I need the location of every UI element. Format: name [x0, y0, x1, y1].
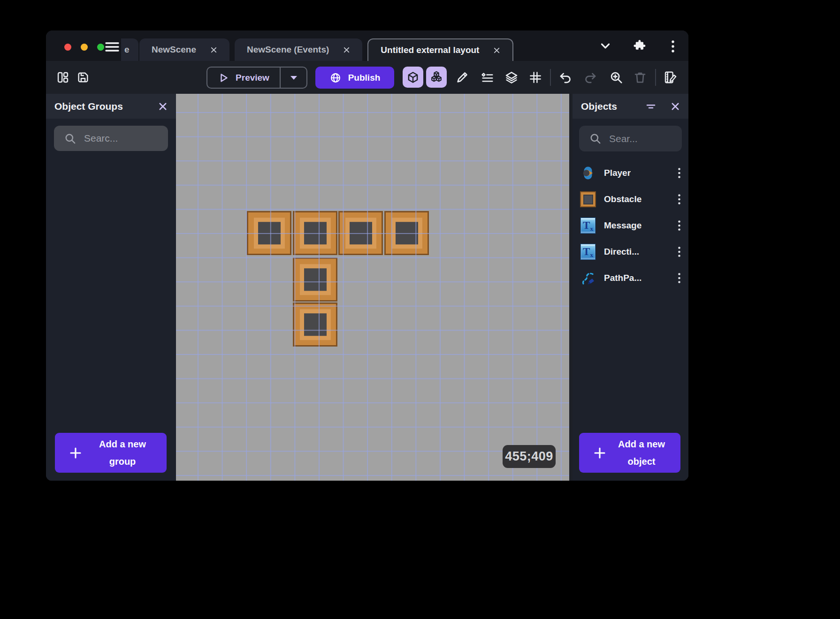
- tab-partial[interactable]: e: [121, 38, 138, 61]
- caret-down-icon: [290, 75, 298, 81]
- obstacle-icon: [580, 191, 596, 207]
- object-item-player[interactable]: Player: [573, 160, 688, 186]
- object-groups-panel: Object Groups: [46, 94, 176, 481]
- preview-button-main[interactable]: Preview: [207, 68, 280, 88]
- tab-newscene[interactable]: NewScene: [139, 38, 229, 61]
- object-groups-title: Object Groups: [54, 101, 123, 112]
- main-menu-icon[interactable]: [105, 40, 120, 53]
- object-groups-search: [54, 126, 168, 151]
- scene-canvas[interactable]: 455;409: [176, 94, 569, 481]
- path-paint-icon: [580, 270, 596, 286]
- preview-label: Preview: [236, 73, 269, 83]
- undo-icon[interactable]: [557, 69, 573, 85]
- tab-label: NewScene (Events): [247, 45, 329, 55]
- add-object-button[interactable]: Add a new object: [579, 433, 680, 473]
- publish-button[interactable]: Publish: [315, 67, 394, 89]
- objects-title: Objects: [581, 101, 617, 112]
- edit-pencil-icon[interactable]: [454, 69, 470, 85]
- tab-close-icon[interactable]: [493, 47, 500, 54]
- crate-center: [304, 268, 326, 291]
- layers-icon[interactable]: [504, 69, 519, 85]
- scene-properties-icon[interactable]: [662, 69, 678, 85]
- tab-label: Untitled external layout: [381, 45, 479, 55]
- screen: e NewSceneNewScene (Events)Untitled exte…: [0, 0, 840, 619]
- preview-button[interactable]: Preview: [206, 67, 307, 89]
- toolbar: Preview Publish: [46, 61, 688, 94]
- publish-label: Publish: [348, 73, 381, 83]
- crate-center: [395, 222, 418, 244]
- object-label: Message: [604, 220, 641, 231]
- cubes-icon: [430, 71, 443, 84]
- toolbar-divider: [550, 69, 551, 86]
- object-item-pathpa[interactable]: PathPa...: [573, 265, 688, 291]
- obstacle-instance[interactable]: [293, 257, 337, 302]
- object-kebab-menu-icon[interactable]: [676, 244, 683, 259]
- instances-panel-toggle[interactable]: [426, 67, 447, 88]
- grid-icon[interactable]: [527, 69, 543, 85]
- obstacle-instance[interactable]: [293, 211, 337, 255]
- add-group-button[interactable]: Add a new group: [55, 433, 167, 473]
- object-kebab-menu-icon[interactable]: [676, 166, 683, 181]
- extensions-puzzle-icon[interactable]: [633, 38, 647, 54]
- titlebar: e NewSceneNewScene (Events)Untitled exte…: [46, 30, 688, 61]
- crate-center: [304, 222, 326, 244]
- close-panel-icon[interactable]: [158, 102, 168, 111]
- minimize-window-button[interactable]: [81, 44, 88, 51]
- grid-overlay: [176, 94, 569, 481]
- object-label: PathPa...: [604, 273, 641, 283]
- object-item-directi[interactable]: TxDirecti...: [573, 239, 688, 265]
- objects-search: [579, 126, 682, 151]
- traffic-lights: [64, 44, 104, 51]
- add-object-label: Add a new object: [607, 436, 676, 470]
- trash-icon[interactable]: [632, 69, 648, 85]
- objects-header: Objects: [573, 94, 688, 119]
- instances-list-icon[interactable]: [479, 69, 495, 85]
- object-item-message[interactable]: TxMessage: [573, 212, 688, 239]
- object-item-obstacle[interactable]: Obstacle: [573, 186, 688, 212]
- zoom-in-icon[interactable]: [608, 69, 624, 85]
- objects-panel-toggle[interactable]: [403, 67, 423, 88]
- object-label: Directi...: [604, 247, 639, 257]
- content-area: Object Groups: [46, 94, 688, 481]
- maximize-window-button[interactable]: [97, 44, 104, 51]
- text-object-icon: Tx: [580, 218, 596, 234]
- save-icon[interactable]: [75, 69, 91, 85]
- player-icon: [580, 165, 596, 181]
- obstacle-instance[interactable]: [293, 302, 337, 347]
- obstacle-instance[interactable]: [247, 211, 291, 255]
- close-panel-icon[interactable]: [671, 102, 680, 111]
- object-label: Player: [604, 168, 631, 178]
- object-groups-search-input[interactable]: [54, 126, 168, 151]
- tab-close-icon[interactable]: [343, 46, 350, 53]
- objects-panel: Objects PlayerObstacleTxMessageTxDirec: [573, 94, 688, 481]
- close-window-button[interactable]: [64, 44, 71, 51]
- play-icon: [218, 72, 229, 83]
- gdevelop-window: e NewSceneNewScene (Events)Untitled exte…: [46, 30, 688, 481]
- filter-icon[interactable]: [645, 101, 657, 112]
- toggle-panels-icon[interactable]: [55, 69, 71, 85]
- object-kebab-menu-icon[interactable]: [676, 192, 683, 207]
- tab-newscene-events[interactable]: NewScene (Events): [235, 38, 362, 61]
- chevron-down-icon[interactable]: [599, 40, 611, 54]
- toolbar-divider: [655, 69, 656, 86]
- plus-icon: [68, 445, 83, 460]
- kebab-menu-icon[interactable]: [671, 40, 675, 55]
- plus-icon: [592, 445, 607, 460]
- crate-center: [349, 222, 372, 244]
- crate-center: [304, 313, 326, 336]
- tab-untitled-external-layout[interactable]: Untitled external layout: [367, 38, 513, 61]
- crate-center: [258, 222, 280, 244]
- objects-search-input[interactable]: [579, 126, 682, 151]
- tab-close-icon[interactable]: [210, 46, 217, 53]
- preview-options-dropdown[interactable]: [280, 68, 306, 88]
- obstacle-instance[interactable]: [384, 211, 429, 255]
- obstacle-instance[interactable]: [338, 211, 383, 255]
- cursor-coordinates-badge: 455;409: [503, 445, 556, 468]
- object-kebab-menu-icon[interactable]: [676, 271, 683, 286]
- cube-icon: [406, 71, 420, 84]
- globe-icon: [329, 72, 342, 84]
- tab-label: NewScene: [152, 45, 196, 55]
- redo-icon[interactable]: [582, 69, 598, 85]
- object-kebab-menu-icon[interactable]: [676, 218, 683, 233]
- object-label: Obstacle: [604, 194, 641, 204]
